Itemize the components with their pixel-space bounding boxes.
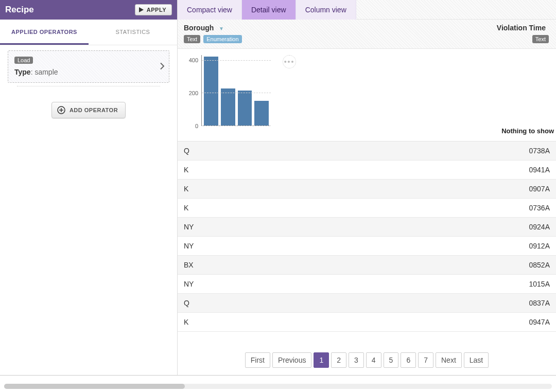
- tab-column-view[interactable]: Column view: [296, 0, 356, 20]
- operator-badge: Load: [14, 57, 33, 64]
- cell-violation-time: 0837A: [493, 299, 550, 307]
- tab-detail-view[interactable]: Detail view: [242, 0, 296, 20]
- main-panel: Compact view Detail view Column view Bor…: [178, 0, 556, 375]
- chart-bar: [204, 57, 218, 126]
- operator-type: Type: sample: [14, 68, 152, 76]
- table-row[interactable]: K0736A: [178, 199, 556, 218]
- page-1[interactable]: 1: [314, 352, 329, 368]
- column-name-borough: Borough: [184, 24, 214, 32]
- table-row[interactable]: Q0738A: [178, 141, 556, 161]
- pagination: FirstPrevious1234567NextLast: [178, 347, 556, 375]
- plus-circle-icon: [57, 106, 65, 114]
- chart-bar: [238, 91, 252, 126]
- cell-violation-time: 0941A: [493, 166, 550, 174]
- data-rows: Q0738AK0941AK0907AK0736ANY0924ANY0912ABX…: [178, 141, 556, 347]
- side-tabs: APPLIED OPERATORS STATISTICS: [0, 20, 177, 45]
- operator-list: Load Type: sample ADD OPERATOR: [0, 45, 177, 129]
- horizontal-scrollbar[interactable]: [4, 384, 552, 389]
- table-row[interactable]: BX0852A: [178, 256, 556, 275]
- ellipsis-icon: •••: [284, 58, 295, 66]
- recipe-header: Recipe APPLY: [0, 0, 177, 20]
- page-7[interactable]: 7: [418, 352, 433, 368]
- play-icon: [138, 7, 144, 12]
- cell-borough: NY: [184, 280, 493, 288]
- table-row[interactable]: NY1015A: [178, 275, 556, 294]
- cell-violation-time: 0924A: [493, 223, 550, 231]
- page-5[interactable]: 5: [384, 352, 399, 368]
- column-header-violation-time[interactable]: Violation Time: [493, 24, 550, 32]
- recipe-panel: Recipe APPLY APPLIED OPERATORS STATISTIC…: [0, 0, 178, 375]
- operator-type-value: : sample: [31, 68, 58, 76]
- chart-menu-button[interactable]: •••: [283, 55, 296, 68]
- view-tabs: Compact view Detail view Column view: [178, 0, 556, 20]
- page-next[interactable]: Next: [436, 352, 462, 368]
- chart-bar: [254, 101, 269, 126]
- svg-marker-0: [139, 7, 144, 12]
- y-tick-label: 0: [195, 123, 198, 129]
- chevron-right-icon: [160, 62, 165, 72]
- page-first[interactable]: First: [245, 352, 270, 368]
- cell-violation-time: 0947A: [493, 318, 550, 326]
- cell-borough: K: [184, 204, 493, 212]
- table-row[interactable]: K0941A: [178, 161, 556, 180]
- type-badge-text-2: Text: [532, 35, 549, 43]
- cell-borough: Q: [184, 147, 493, 155]
- view-tabs-spacer: [356, 0, 556, 20]
- chart-row: 0200400 ••• Nothing to show: [178, 49, 556, 141]
- y-tick-label: 200: [189, 90, 198, 96]
- operator-type-label: Type: [14, 68, 31, 76]
- cell-violation-time: 1015A: [493, 280, 550, 288]
- type-badge-text: Text: [184, 35, 200, 43]
- type-badge-enumeration: Enumeration: [203, 35, 241, 43]
- cell-borough: K: [184, 166, 493, 174]
- cell-borough: K: [184, 318, 493, 326]
- table-row[interactable]: K0947A: [178, 313, 556, 332]
- page-2[interactable]: 2: [331, 352, 346, 368]
- page-last[interactable]: Last: [464, 352, 489, 368]
- tab-compact-view[interactable]: Compact view: [178, 0, 242, 20]
- chevron-down-icon[interactable]: ▼: [219, 26, 224, 31]
- column-header-borough[interactable]: Borough ▼: [184, 24, 493, 32]
- cell-violation-time: 0736A: [493, 204, 550, 212]
- apply-button[interactable]: APPLY: [135, 4, 172, 15]
- cell-violation-time: 0912A: [493, 242, 550, 250]
- operator-card-load[interactable]: Load Type: sample: [8, 50, 169, 83]
- add-operator-label: ADD OPERATOR: [70, 107, 118, 113]
- cell-borough: Q: [184, 299, 493, 307]
- chart-bar: [221, 88, 235, 126]
- y-tick-label: 400: [189, 57, 198, 63]
- nothing-to-show: Nothing to show: [499, 49, 556, 141]
- table-row[interactable]: Q0837A: [178, 294, 556, 313]
- add-operator-button[interactable]: ADD OPERATOR: [51, 102, 126, 118]
- tab-statistics[interactable]: STATISTICS: [89, 20, 177, 45]
- table-row[interactable]: NY0924A: [178, 218, 556, 237]
- apply-button-label: APPLY: [147, 7, 166, 13]
- page-3[interactable]: 3: [349, 352, 364, 368]
- cell-violation-time: 0907A: [493, 185, 550, 193]
- page-4[interactable]: 4: [366, 352, 381, 368]
- cell-borough: NY: [184, 223, 493, 231]
- scrollbar-thumb[interactable]: [4, 384, 185, 389]
- tab-applied-operators[interactable]: APPLIED OPERATORS: [0, 20, 89, 45]
- cell-borough: NY: [184, 242, 493, 250]
- column-headers: Borough ▼ Violation Time Text Enumeratio…: [178, 20, 556, 49]
- page-6[interactable]: 6: [401, 352, 416, 368]
- cell-violation-time: 0852A: [493, 261, 550, 269]
- page-previous[interactable]: Previous: [272, 352, 311, 368]
- recipe-title: Recipe: [5, 5, 135, 15]
- cell-borough: BX: [184, 261, 493, 269]
- table-row[interactable]: K0907A: [178, 180, 556, 199]
- column-name-violation-time: Violation Time: [497, 24, 546, 32]
- borough-bar-chart: 0200400: [185, 55, 272, 132]
- table-row[interactable]: NY0912A: [178, 237, 556, 256]
- cell-violation-time: 0738A: [493, 147, 550, 155]
- cell-borough: K: [184, 185, 493, 193]
